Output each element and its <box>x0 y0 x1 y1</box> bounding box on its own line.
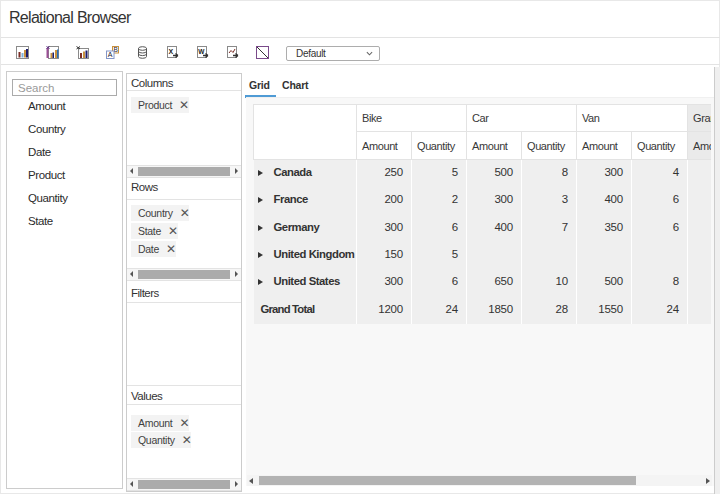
svg-text:A: A <box>108 51 113 58</box>
svg-text:X: X <box>169 48 174 55</box>
svg-text:W: W <box>198 48 205 55</box>
